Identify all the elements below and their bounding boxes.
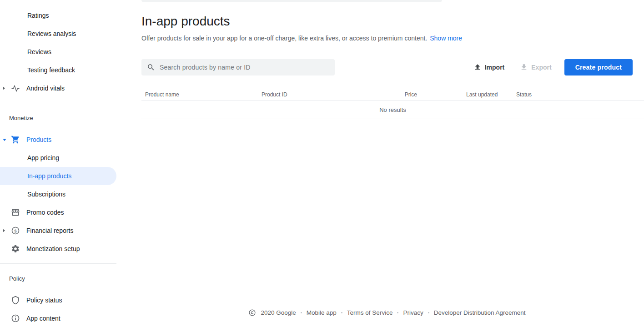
chevron-right-icon[interactable] [3,86,10,90]
products-search-box[interactable] [141,59,335,75]
sidebar-item-reviews-analysis[interactable]: Reviews analysis [0,25,116,43]
footer-link-terms-of-service[interactable]: Terms of Service [347,309,393,316]
copyright-icon [248,309,256,317]
vitals-pulse-icon [10,83,21,94]
sidebar-item-in-app-products[interactable]: In-app products [0,167,116,185]
sidebar-item-testing-feedback[interactable]: Testing feedback [0,61,116,79]
info-icon [10,313,21,322]
column-header-product-name: Product name [145,91,262,98]
toolbar-actions: Import Export Create product [468,59,633,75]
download-icon [520,63,528,71]
sidebar-divider [0,103,116,103]
footer-link-privacy[interactable]: Privacy [403,309,423,316]
footer-link-developer-distribution-agreement[interactable]: Developer Distribution Agreement [434,309,526,316]
export-button[interactable]: Export [514,60,557,75]
footer-separator [397,312,398,313]
table-empty-state: No results [141,101,644,119]
sidebar-item-android-vitals[interactable]: Android vitals [0,79,116,97]
sidebar-item-promo-codes[interactable]: Promo codes [0,203,116,221]
main-content: In-app products Offer products for sale … [116,0,644,322]
footer: 2020 Google Mobile app Terms of Service … [141,309,633,317]
page-description-text: Offer products for sale in your app for … [141,35,427,42]
search-icon [147,63,155,71]
sidebar-item-label: Monetization setup [26,245,80,252]
table-header: Product name Product ID Price Last updat… [141,89,644,101]
import-button[interactable]: Import [468,60,510,75]
section-header-policy: Policy [0,275,116,282]
sidebar-item-label: App pricing [27,154,59,161]
gear-icon [10,243,21,254]
sidebar-item-ratings[interactable]: Ratings [0,6,116,25]
show-more-link[interactable]: Show more [430,35,462,42]
column-header-product-id: Product ID [262,91,396,98]
chevron-right-icon[interactable] [3,229,10,232]
create-product-button[interactable]: Create product [564,59,633,75]
page-description: Offer products for sale in your app for … [141,34,633,42]
sidebar-item-label: Financial reports [26,227,74,234]
sidebar-item-label: Ratings [27,12,49,19]
sidebar-item-products[interactable]: Products [0,131,116,149]
play-console-screen: Ratings Reviews analysis Reviews Testing… [0,0,644,322]
sidebar-item-label: Policy status [26,297,62,304]
footer-separator [428,312,429,313]
products-search-input[interactable] [160,64,329,71]
cart-icon [10,134,21,145]
column-header-status: Status [516,91,644,98]
copyright-text: 2020 Google [261,309,296,316]
sidebar-item-label: Reviews analysis [27,30,76,37]
sidebar-item-label: In-app products [27,172,71,180]
sidebar-item-label: Reviews [27,48,51,55]
footer-separator [341,312,342,313]
sidebar-item-financial-reports[interactable]: $ Financial reports [0,221,116,240]
sidebar-item-label: Products [26,136,51,143]
sidebar-item-subscriptions[interactable]: Subscriptions [0,185,116,203]
sidebar-item-label: Subscriptions [27,191,65,198]
empty-state-text: No results [379,106,406,113]
footer-link-mobile-app[interactable]: Mobile app [307,309,337,316]
sidebar-item-policy-status[interactable]: Policy status [0,291,116,309]
sidebar-item-app-content[interactable]: App content [0,309,116,322]
column-header-last-updated: Last updated [466,91,516,98]
sidebar-item-label: Android vitals [26,85,65,92]
import-button-label: Import [485,64,505,71]
sidebar-divider [0,263,116,264]
sidebar-item-app-pricing[interactable]: App pricing [0,149,116,167]
sidebar-item-monetization-setup[interactable]: Monetization setup [0,240,116,258]
toolbar: Import Export Create product [141,59,633,75]
section-header-monetize: Monetize [0,115,116,122]
page-title: In-app products [141,14,633,29]
storefront-icon [10,207,21,218]
sidebar: Ratings Reviews analysis Reviews Testing… [0,0,116,322]
upload-icon [473,63,482,71]
header-divider [141,48,644,48]
column-header-price: Price [396,91,417,98]
footer-separator [301,312,302,313]
dollar-circle-icon: $ [10,225,21,236]
sidebar-item-label: Promo codes [26,209,64,216]
chevron-down-icon[interactable] [3,139,10,141]
sidebar-item-reviews[interactable]: Reviews [0,43,116,61]
svg-text:$: $ [14,228,17,233]
sidebar-item-label: App content [26,315,60,322]
shield-icon [10,295,21,306]
sidebar-item-label: Testing feedback [27,66,75,74]
export-button-label: Export [531,64,551,71]
